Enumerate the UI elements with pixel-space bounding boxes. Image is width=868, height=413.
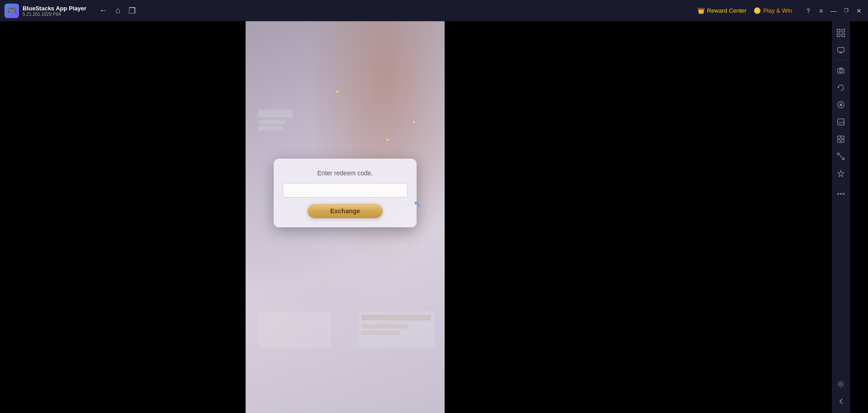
svg-rect-2 xyxy=(837,34,840,37)
sidebar-apk-button[interactable]: APK xyxy=(833,114,849,130)
main-area: Enter redeem code. Exchange ↖ xyxy=(0,21,850,413)
more-dots-icon xyxy=(837,192,845,195)
window-controls: ? ≡ — ❐ ✕ xyxy=(804,6,863,15)
svg-line-19 xyxy=(838,153,844,160)
title-bar-right: 👑 Reward Center 🪙 Play & Win ? ≡ — ❐ ✕ xyxy=(697,6,868,15)
svg-rect-1 xyxy=(842,29,844,32)
sidebar-sep-2 xyxy=(835,183,846,184)
svg-point-21 xyxy=(840,193,842,195)
black-left-area xyxy=(0,21,246,413)
svg-point-10 xyxy=(840,103,842,106)
svg-point-23 xyxy=(840,383,842,385)
menu-button[interactable]: ≡ xyxy=(816,6,825,15)
sidebar-more-button[interactable] xyxy=(833,186,849,202)
help-button[interactable]: ? xyxy=(804,6,813,15)
game-viewport[interactable]: Enter redeem code. Exchange ↖ xyxy=(246,21,445,413)
svg-rect-4 xyxy=(838,47,844,52)
help-icon: ? xyxy=(806,7,810,14)
scale-icon xyxy=(837,152,845,160)
sidebar-effects-button[interactable] xyxy=(833,165,849,182)
menu-icon: ≡ xyxy=(819,7,823,14)
restore-button[interactable]: ❐ xyxy=(842,6,851,15)
svg-text:APK: APK xyxy=(839,121,845,124)
sidebar-back-button[interactable] xyxy=(833,393,849,409)
app-title-group: BlueStacks App Player 5.21.201.1029 P64 xyxy=(23,5,86,17)
back-arrow-icon xyxy=(838,398,844,404)
sidebar-screen-button[interactable] xyxy=(833,42,849,58)
svg-point-22 xyxy=(843,193,844,195)
app-logo: 🎮 xyxy=(5,4,19,18)
play-win-button[interactable]: 🪙 Play & Win xyxy=(754,7,792,14)
copy-nav-icon[interactable]: ❐ xyxy=(128,6,136,16)
app-title: BlueStacks App Player xyxy=(23,5,86,12)
bg-ui-2 xyxy=(258,120,285,124)
svg-rect-3 xyxy=(842,34,844,37)
sidebar-scale-button[interactable] xyxy=(833,148,849,164)
capture-icon xyxy=(837,135,845,143)
play-win-coin-icon: 🪙 xyxy=(754,7,761,14)
close-button[interactable]: ✕ xyxy=(854,6,863,15)
screen-icon xyxy=(837,46,845,54)
camera-icon xyxy=(837,66,845,75)
sidebar-capture-button[interactable] xyxy=(833,131,849,147)
sidebar-record-button[interactable] xyxy=(833,97,849,113)
back-nav-icon[interactable]: ← xyxy=(99,6,107,15)
svg-point-20 xyxy=(837,193,839,195)
black-right-area xyxy=(445,21,849,413)
svg-point-14 xyxy=(840,138,842,141)
reward-center-button[interactable]: 👑 Reward Center xyxy=(697,7,746,14)
effects-icon xyxy=(837,169,845,178)
dialog-title: Enter redeem code. xyxy=(318,169,373,177)
app-version: 5.21.201.1029 P64 xyxy=(23,12,86,17)
particle-2 xyxy=(413,121,415,123)
particle-5 xyxy=(329,280,331,282)
bg-ui-1 xyxy=(258,109,293,117)
apk-icon: APK xyxy=(837,118,845,126)
title-bar: 🎮 BlueStacks App Player 5.21.201.1029 P6… xyxy=(0,0,868,21)
sidebar-rotate-button[interactable] xyxy=(833,80,849,96)
settings-icon xyxy=(837,380,845,388)
sidebar-screenshot-button[interactable] xyxy=(833,62,849,79)
sidebar-expand-button[interactable] xyxy=(833,25,849,41)
bg-ui-3 xyxy=(258,126,283,131)
nav-icons: ← ⌂ ❐ xyxy=(99,6,136,16)
redeem-code-input[interactable] xyxy=(283,183,408,197)
redeem-dialog: Enter redeem code. Exchange xyxy=(274,159,417,227)
title-bar-left: 🎮 BlueStacks App Player 5.21.201.1029 P6… xyxy=(0,4,697,18)
restore-icon: ❐ xyxy=(844,8,849,14)
close-icon: ✕ xyxy=(856,7,862,14)
bottom-card-1 xyxy=(258,311,331,347)
sidebar-sep-1 xyxy=(835,60,846,61)
play-win-label: Play & Win xyxy=(763,7,792,14)
record-icon xyxy=(837,101,845,109)
reward-center-label: Reward Center xyxy=(707,7,746,14)
rotate-icon xyxy=(837,84,845,92)
right-sidebar: APK xyxy=(832,21,850,413)
minimize-icon: — xyxy=(830,7,837,14)
svg-point-8 xyxy=(840,70,842,72)
bottom-card-2 xyxy=(358,311,435,347)
sidebar-settings-button[interactable] xyxy=(833,376,849,392)
particle-1 xyxy=(336,90,339,93)
reward-crown-icon: 👑 xyxy=(697,7,705,14)
expand-icon xyxy=(837,29,845,37)
particle-4 xyxy=(404,243,406,245)
minimize-button[interactable]: — xyxy=(829,6,838,15)
home-nav-icon[interactable]: ⌂ xyxy=(115,6,120,15)
svg-rect-0 xyxy=(837,29,840,32)
exchange-button[interactable]: Exchange xyxy=(308,204,383,218)
